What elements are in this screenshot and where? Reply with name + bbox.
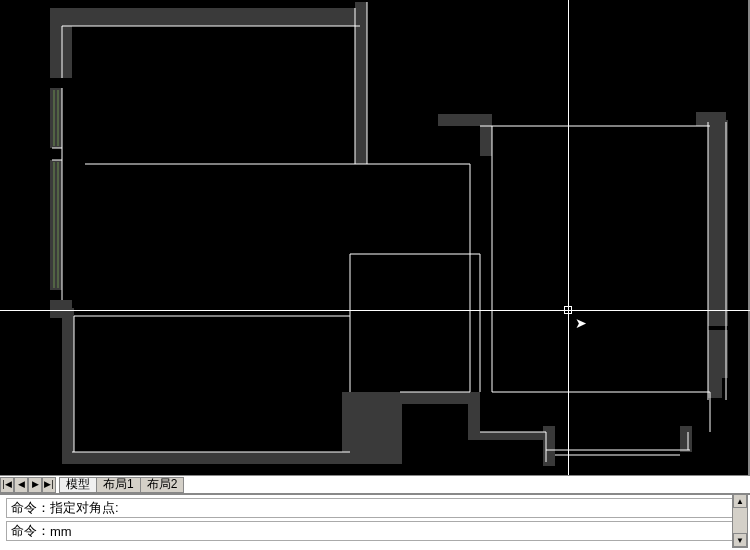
tab-nav-next[interactable]: ▶	[28, 477, 42, 493]
layout-tab-bar: |◀ ◀ ▶ ▶| 模型 布局1 布局2	[0, 475, 750, 493]
command-history-line: 命令： 指定对角点:	[6, 498, 736, 518]
crosshair-horizontal	[0, 310, 750, 311]
svg-rect-11	[468, 432, 550, 440]
svg-rect-13	[680, 426, 692, 452]
tab-layout2[interactable]: 布局2	[140, 477, 185, 493]
svg-rect-3	[50, 88, 62, 148]
command-text: 指定对角点:	[50, 499, 119, 517]
svg-rect-17	[480, 114, 492, 156]
svg-rect-1	[62, 8, 362, 26]
tab-layout1[interactable]: 布局1	[96, 477, 141, 493]
command-input-text: mm	[50, 524, 72, 539]
svg-rect-9	[394, 392, 474, 404]
svg-rect-6	[62, 308, 74, 463]
svg-rect-7	[62, 452, 352, 464]
command-area: 命令： 指定对角点: 命令： mm	[0, 493, 750, 550]
command-prefix: 命令：	[11, 522, 50, 540]
crosshair-vertical	[568, 0, 569, 475]
command-prefix: 命令：	[11, 499, 50, 517]
command-input-line[interactable]: 命令： mm	[6, 521, 736, 541]
command-scrollbar[interactable]: ▲ ▼	[732, 493, 748, 548]
svg-rect-4	[50, 160, 62, 290]
svg-rect-18	[696, 112, 726, 126]
svg-rect-8	[342, 392, 402, 464]
tab-nav-last[interactable]: ▶|	[42, 477, 56, 493]
tab-nav-first[interactable]: |◀	[0, 477, 14, 493]
floorplan-drawing	[0, 0, 750, 475]
pickbox-cursor	[564, 306, 572, 314]
svg-rect-14	[708, 120, 728, 326]
tab-nav-prev[interactable]: ◀	[14, 477, 28, 493]
drawing-canvas[interactable]: ➤	[0, 0, 750, 475]
svg-rect-15	[708, 330, 728, 378]
scroll-down-icon[interactable]: ▼	[733, 533, 747, 547]
tab-model[interactable]: 模型	[59, 477, 97, 493]
scroll-up-icon[interactable]: ▲	[733, 494, 747, 508]
